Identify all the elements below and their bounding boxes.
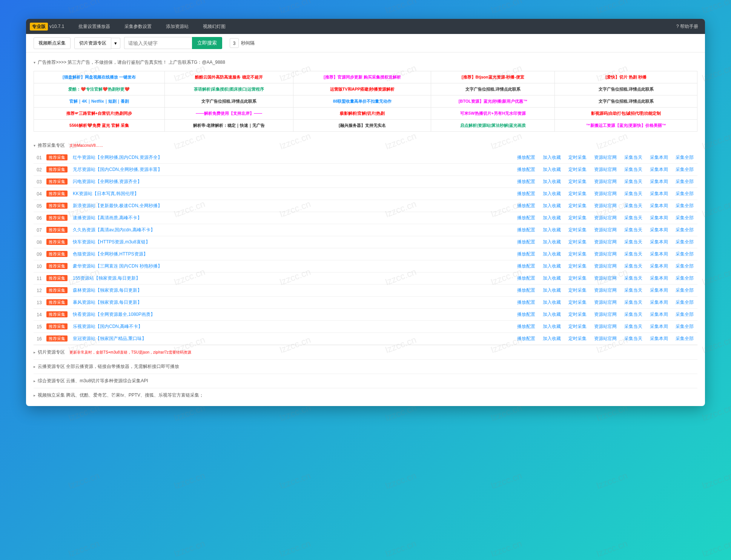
action-link[interactable]: 播放配置 bbox=[515, 300, 538, 305]
action-link[interactable]: 资源站官网 bbox=[592, 203, 619, 208]
action-link[interactable]: 加入收藏 bbox=[541, 300, 563, 305]
resource-title[interactable]: 闪电资源站【全网秒播,资源齐全】 bbox=[73, 179, 142, 184]
action-link[interactable]: 采集本周 bbox=[648, 324, 670, 329]
help-link[interactable]: ? 帮助手册 bbox=[673, 20, 701, 33]
action-link[interactable]: 播放配置 bbox=[515, 336, 538, 341]
action-link[interactable]: 采集当天 bbox=[622, 288, 645, 293]
sub-section-header[interactable]: ▸云播资源专区 全部云播资源，链接自带播放器，无需解析接口即可播放 bbox=[34, 359, 697, 374]
action-link[interactable]: 采集全部 bbox=[673, 227, 696, 232]
action-link[interactable]: 加入收藏 bbox=[541, 263, 563, 269]
action-link[interactable]: 加入收藏 bbox=[541, 251, 563, 257]
ad-cell[interactable]: ——解析免费使用【支持左岸】—— bbox=[164, 108, 293, 120]
action-link[interactable]: 采集当天 bbox=[622, 275, 645, 281]
ad-cell[interactable]: 推荐☞三路官解+自营切片|热剧同步 bbox=[34, 108, 165, 120]
interval-value[interactable]: 3 bbox=[230, 38, 239, 48]
resource-title[interactable]: 色猫资源站【全网秒播,HTTPS资源】 bbox=[73, 251, 148, 257]
ad-cell[interactable]: 可米5W热播切片+另有H无水印资源 bbox=[431, 108, 555, 120]
action-link[interactable]: 采集全部 bbox=[673, 203, 696, 208]
action-link[interactable]: 采集本周 bbox=[648, 167, 670, 172]
sub-section-header[interactable]: ▸切片资源专区更新非常及时，全部TS+m3u8直链，TSU是json，zip/r… bbox=[34, 345, 697, 359]
chevron-down-icon[interactable]: ▾ bbox=[111, 38, 120, 49]
ad-cell[interactable]: 文字广告位招租,详情点此联系 bbox=[431, 83, 555, 95]
action-link[interactable]: 采集全部 bbox=[673, 324, 696, 329]
resource-title[interactable]: 乐视资源站【国内CDN,高峰不卡】 bbox=[73, 324, 143, 329]
resource-title[interactable]: 速播资源站【高清画质,高峰不卡】 bbox=[73, 215, 142, 220]
action-link[interactable]: 定时采集 bbox=[566, 227, 589, 232]
action-link[interactable]: 播放配置 bbox=[515, 191, 538, 196]
resource-title[interactable]: KK资源站【日本写真,韩国伦理】 bbox=[73, 191, 139, 196]
action-link[interactable]: 采集本周 bbox=[648, 191, 670, 196]
action-link[interactable]: 采集当天 bbox=[622, 312, 645, 317]
resource-title[interactable]: 豪华资源站【三网直连 国内CDN 秒拖秒播】 bbox=[73, 263, 162, 269]
ad-cell[interactable]: [融兴服务器】支持无实名 bbox=[293, 120, 431, 132]
ad-cell[interactable]: 启点解析|资源站|算法秒解|蓝光画质 bbox=[431, 120, 555, 132]
action-link[interactable]: 定时采集 bbox=[566, 155, 589, 160]
action-link[interactable]: 资源站官网 bbox=[592, 167, 619, 172]
ad-cell[interactable]: 茶语解析|采集授权|图床接口|运营程序 bbox=[164, 83, 293, 95]
ad-cell[interactable]: [BTOL资源】蓝光|秒播|新用户优惠™ bbox=[431, 95, 555, 108]
action-link[interactable]: 采集本周 bbox=[648, 300, 670, 305]
action-link[interactable]: 资源站官网 bbox=[592, 251, 619, 257]
action-link[interactable]: 加入收藏 bbox=[541, 215, 563, 220]
action-link[interactable]: 播放配置 bbox=[515, 324, 538, 329]
zone-button[interactable]: 切片资源专区 bbox=[74, 37, 111, 49]
action-link[interactable]: 资源站官网 bbox=[592, 324, 619, 329]
action-link[interactable]: 定时采集 bbox=[566, 191, 589, 196]
action-link[interactable]: 资源站官网 bbox=[592, 215, 619, 220]
action-link[interactable]: 定时采集 bbox=[566, 239, 589, 245]
resource-title[interactable]: 快车资源站【HTTPS资源,m3u8直链】 bbox=[73, 239, 150, 245]
zone-dropdown[interactable]: 切片资源专区 ▾ bbox=[74, 37, 120, 49]
action-link[interactable]: 资源站官网 bbox=[592, 155, 619, 160]
action-link[interactable]: 采集全部 bbox=[673, 251, 696, 257]
nav-item[interactable]: 采集参数设置 bbox=[118, 20, 158, 34]
action-link[interactable]: 采集本周 bbox=[648, 336, 670, 341]
action-link[interactable]: 定时采集 bbox=[566, 251, 589, 257]
ad-cell[interactable]: 爱酷：❤️专注官解❤️热剧秒更❤️ bbox=[34, 83, 165, 95]
action-link[interactable]: 播放配置 bbox=[515, 312, 538, 317]
action-link[interactable]: 资源站官网 bbox=[592, 312, 619, 317]
ad-cell[interactable]: 文字广告位招租,详情点此联系 bbox=[555, 83, 697, 95]
sub-section-header[interactable]: ▸综合资源专区 云播、m3u8切片等多种资源综合采集API bbox=[34, 374, 697, 388]
ad-cell[interactable]: 文字广告位招租,详情点此联系 bbox=[164, 95, 293, 108]
ad-cell[interactable]: 5566解析❤️免费 蓝光 官解 采集 bbox=[34, 120, 165, 132]
ad-cell[interactable]: 88联盟收量高单价不扣量无动作 bbox=[293, 95, 431, 108]
action-link[interactable]: 资源站官网 bbox=[592, 227, 619, 232]
action-link[interactable]: 采集当天 bbox=[622, 300, 645, 305]
ad-cell[interactable]: ™新搬运工资源【蓝光|更新快】价格美丽™ bbox=[555, 120, 697, 132]
action-link[interactable]: 定时采集 bbox=[566, 300, 589, 305]
action-link[interactable]: 资源站官网 bbox=[592, 288, 619, 293]
action-link[interactable]: 播放配置 bbox=[515, 288, 538, 293]
action-link[interactable]: 定时采集 bbox=[566, 203, 589, 208]
nav-item[interactable]: 批量设置播放器 bbox=[72, 20, 117, 34]
action-link[interactable]: 采集当天 bbox=[622, 167, 645, 172]
resource-title[interactable]: 无尽资源站【国内CDN,全网秒播,资源丰富】 bbox=[73, 167, 162, 172]
ad-cell[interactable]: 文字广告位招租,详情点此联系 bbox=[555, 95, 697, 108]
action-link[interactable]: 采集全部 bbox=[673, 336, 696, 341]
action-link[interactable]: 采集当天 bbox=[622, 215, 645, 220]
resource-title[interactable]: 皇冠资源站【独家国产精品,重口味】 bbox=[73, 336, 146, 341]
action-link[interactable]: 加入收藏 bbox=[541, 324, 563, 329]
action-link[interactable]: 采集当天 bbox=[622, 324, 645, 329]
action-link[interactable]: 定时采集 bbox=[566, 288, 589, 293]
action-link[interactable]: 播放配置 bbox=[515, 215, 538, 220]
ad-cell[interactable]: 解析帝-老牌解析：稳定｜快速｜无广告 bbox=[164, 120, 293, 132]
action-link[interactable]: 采集当天 bbox=[622, 227, 645, 232]
action-link[interactable]: 采集全部 bbox=[673, 179, 696, 184]
search-input[interactable] bbox=[124, 37, 192, 49]
nav-item[interactable]: 添加资源站 bbox=[159, 20, 195, 34]
collect-button[interactable]: 视频断点采集 bbox=[34, 37, 71, 49]
resource-title[interactable]: 155资源站【独家资源,每日更新】 bbox=[73, 275, 140, 281]
nav-item[interactable]: 视频幻灯图 bbox=[196, 20, 232, 34]
action-link[interactable]: 资源站官网 bbox=[592, 191, 619, 196]
action-link[interactable]: 加入收藏 bbox=[541, 239, 563, 245]
action-link[interactable]: 定时采集 bbox=[566, 263, 589, 269]
action-link[interactable]: 采集全部 bbox=[673, 215, 696, 220]
action-link[interactable]: 采集全部 bbox=[673, 312, 696, 317]
action-link[interactable]: 采集全部 bbox=[673, 239, 696, 245]
action-link[interactable]: 定时采集 bbox=[566, 179, 589, 184]
action-link[interactable]: 采集本周 bbox=[648, 239, 670, 245]
action-link[interactable]: 资源站官网 bbox=[592, 179, 619, 184]
action-link[interactable]: 定时采集 bbox=[566, 336, 589, 341]
sub-section-header[interactable]: ▸视频独立采集 腾讯、优酷、爱奇艺、芒果tv、PPTV、搜狐、乐视等官方直链采集… bbox=[34, 388, 697, 402]
action-link[interactable]: 播放配置 bbox=[515, 275, 538, 281]
